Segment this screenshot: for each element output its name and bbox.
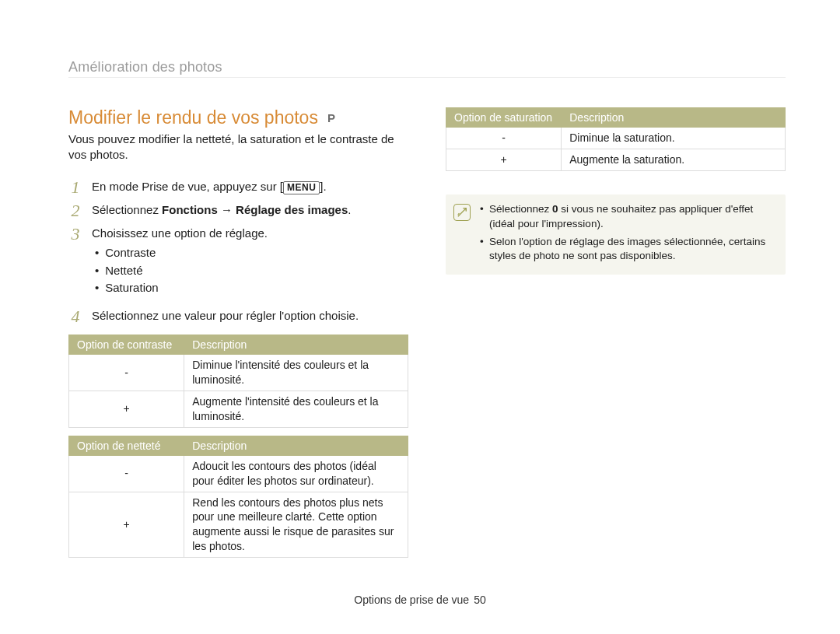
table-row: + Rend les contours des photos plus nets… <box>69 492 408 558</box>
note-item: Selon l'option de réglage des images sél… <box>480 235 773 264</box>
note-item-pre: Sélectionnez <box>489 203 552 215</box>
option-desc: Rend les contours des photos plus nets p… <box>184 492 408 558</box>
step-3-bullets: Contraste Netteté Saturation <box>95 244 408 297</box>
sharpness-table: Option de netteté Description - Adoucit … <box>68 436 408 558</box>
step-1-suffix: ]. <box>320 180 326 193</box>
step-number: 4 <box>68 306 82 327</box>
option-key: + <box>446 149 562 170</box>
bullet-item: Contraste <box>95 244 408 262</box>
th-option: Option de netteté <box>69 436 184 455</box>
table-row: - Adoucit les contours des photos (idéal… <box>69 455 408 492</box>
option-key: - <box>69 455 184 492</box>
step-3-line: Choisissez une option de réglage. <box>92 226 268 240</box>
table-header-row: Option de contraste Description <box>69 335 408 355</box>
saturation-table: Option de saturation Description - Dimin… <box>446 107 786 171</box>
option-desc: Augmente la saturation. <box>562 149 786 170</box>
two-column-layout: Modifier le rendu de vos photos P Vous p… <box>68 107 786 564</box>
running-header: Amélioration des photos <box>68 59 786 78</box>
step-4: 4 Sélectionnez une valeur pour régler l'… <box>68 306 408 327</box>
option-key: + <box>69 492 184 558</box>
steps-list: 1 En mode Prise de vue, appuyez sur [MEN… <box>68 177 408 328</box>
section-title: Modifier le rendu de vos photos P <box>68 107 408 128</box>
step-2-text: Sélectionnez Fonctions → Réglage des ima… <box>92 201 408 219</box>
step-3-text: Choisissez une option de réglage. Contra… <box>92 224 408 303</box>
menu-key-icon: MENU <box>283 181 320 195</box>
option-key: + <box>69 391 184 427</box>
step-2-prefix: Sélectionnez <box>92 203 162 216</box>
table-row: - Diminue l'intensité des couleurs et la… <box>69 355 408 391</box>
right-column: Option de saturation Description - Dimin… <box>446 107 786 564</box>
bullet-item: Saturation <box>95 279 408 297</box>
manual-page: Amélioration des photos Modifier le rend… <box>0 0 840 634</box>
option-desc: Diminue l'intensité des couleurs et la l… <box>184 355 408 391</box>
note-item-post: Selon l'option de réglage des images sél… <box>489 236 765 262</box>
section-intro: Vous pouvez modifier la netteté, la satu… <box>68 131 408 163</box>
th-description: Description <box>184 436 408 455</box>
mode-badge-p: P <box>327 111 336 124</box>
table-row: + Augmente la saturation. <box>446 149 786 170</box>
note-item-bold: 0 <box>552 203 558 215</box>
step-1-prefix: En mode Prise de vue, appuyez sur [ <box>92 180 283 193</box>
page-number: 50 <box>474 594 486 606</box>
table-row: + Augmente l'intensité des couleurs et l… <box>69 391 408 427</box>
th-description: Description <box>562 108 786 128</box>
bullet-item: Netteté <box>95 262 408 280</box>
section-title-text: Modifier le rendu de vos photos <box>68 107 318 128</box>
step-3: 3 Choisissez une option de réglage. Cont… <box>68 224 408 303</box>
note-item: Sélectionnez 0 si vous ne souhaitez pas … <box>480 202 773 232</box>
table-header-row: Option de saturation Description <box>446 108 786 128</box>
th-option: Option de saturation <box>446 108 562 128</box>
step-4-text: Sélectionnez une valeur pour régler l'op… <box>92 306 408 325</box>
option-desc: Diminue la saturation. <box>562 128 786 149</box>
step-2-bold-b: Réglage des images <box>236 203 348 216</box>
step-number: 1 <box>68 177 82 198</box>
left-column: Modifier le rendu de vos photos P Vous p… <box>68 107 408 564</box>
step-2-suffix: . <box>348 203 351 216</box>
note-box: Sélectionnez 0 si vous ne souhaitez pas … <box>446 194 786 275</box>
step-1: 1 En mode Prise de vue, appuyez sur [MEN… <box>68 177 408 198</box>
step-1-text: En mode Prise de vue, appuyez sur [MENU]… <box>92 177 408 196</box>
step-2-bold-a: Fonctions <box>162 203 218 216</box>
note-icon <box>453 204 471 221</box>
step-number: 2 <box>68 201 82 221</box>
step-2: 2 Sélectionnez Fonctions → Réglage des i… <box>68 201 408 221</box>
step-number: 3 <box>68 224 82 244</box>
table-header-row: Option de netteté Description <box>69 436 408 455</box>
th-description: Description <box>184 335 408 355</box>
note-list: Sélectionnez 0 si vous ne souhaitez pas … <box>480 202 773 268</box>
page-footer: Options de prise de vue50 <box>0 594 840 606</box>
option-desc: Adoucit les contours des photos (idéal p… <box>184 455 408 492</box>
arrow-icon: → <box>221 203 233 216</box>
option-key: - <box>69 355 184 391</box>
option-desc: Augmente l'intensité des couleurs et la … <box>184 391 408 427</box>
th-option: Option de contraste <box>69 335 184 355</box>
option-key: - <box>446 128 562 149</box>
table-row: - Diminue la saturation. <box>446 128 786 149</box>
contrast-table: Option de contraste Description - Diminu… <box>68 335 408 428</box>
footer-label: Options de prise de vue <box>354 594 469 606</box>
